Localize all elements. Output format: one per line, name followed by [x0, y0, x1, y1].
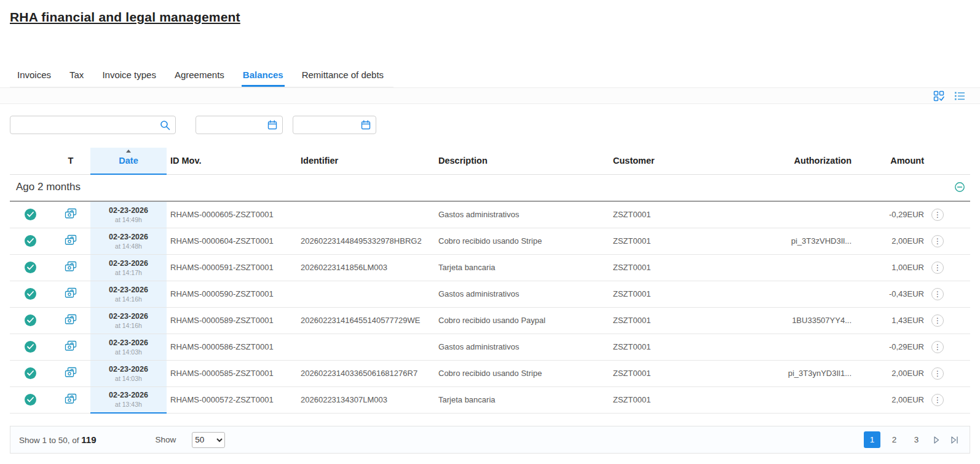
tab-bar: Invoices Tax Invoice types Agreements Ba…: [10, 64, 393, 87]
tab-balances[interactable]: Balances: [242, 64, 285, 87]
authorization-cell: [752, 201, 855, 228]
check-circle-icon: [25, 262, 36, 273]
search-field: [10, 116, 176, 134]
tab-invoices[interactable]: Invoices: [16, 64, 52, 87]
balances-table: T Date ID Mov. Identifier Description Cu…: [10, 148, 970, 414]
customer-cell: ZSZT0001: [609, 281, 752, 307]
check-circle-icon: [25, 235, 36, 247]
id-mov-cell: RHAMS-0000585-ZSZT0001: [167, 360, 297, 386]
page-button-2[interactable]: 2: [886, 431, 903, 448]
description-cell: Cobro recibido usando Stripe: [435, 228, 609, 254]
balance-movement-icon[interactable]: [65, 393, 77, 404]
amount-cell: -0,43EUR: [855, 281, 928, 307]
description-cell: Cobro recibido usando Paypal: [435, 307, 609, 334]
column-description[interactable]: Description: [435, 148, 609, 174]
authorization-cell: [752, 281, 855, 307]
kebab-menu-icon[interactable]: ⋮: [931, 314, 944, 327]
kebab-menu-icon[interactable]: ⋮: [931, 209, 944, 221]
page-button-1[interactable]: 1: [864, 431, 880, 448]
id-mov-cell: RHAMS-0000589-ZSZT0001: [167, 307, 297, 334]
authorization-cell: [752, 386, 855, 413]
kebab-menu-icon[interactable]: ⋮: [931, 235, 944, 247]
date-cell: 02-23-2026 at 14:17h: [90, 254, 167, 281]
search-input[interactable]: [10, 116, 175, 134]
amount-cell: 2,00EUR: [855, 228, 928, 254]
customer-cell: ZSZT0001: [609, 228, 752, 254]
table-header-row: T Date ID Mov. Identifier Description Cu…: [10, 148, 970, 174]
tab-agreements[interactable]: Agreements: [173, 64, 226, 87]
date-cell: 02-23-2026 at 14:03h: [90, 334, 167, 360]
authorization-cell: [752, 334, 855, 360]
identifier-cell: 202602231403365061681276R7: [297, 360, 435, 386]
column-customer[interactable]: Customer: [609, 148, 752, 174]
table-row[interactable]: 02-23-2026 at 14:16h RHAMS-0000589-ZSZT0…: [10, 307, 970, 334]
balance-movement-icon[interactable]: [65, 367, 77, 378]
column-id-mov[interactable]: ID Mov.: [167, 148, 297, 174]
balance-movement-icon[interactable]: [65, 314, 77, 325]
identifier-cell: [297, 201, 435, 228]
balance-movement-icon[interactable]: [65, 261, 77, 272]
last-page-icon[interactable]: [948, 434, 961, 446]
tab-tax[interactable]: Tax: [68, 64, 85, 87]
next-page-icon[interactable]: [930, 434, 942, 446]
check-circle-icon: [25, 314, 36, 326]
page: RHA financial and legal management Invoi…: [0, 10, 980, 454]
page-title: RHA financial and legal management: [10, 10, 970, 25]
time-value: at 14:16h: [94, 295, 163, 303]
description-cell: Tarjeta bancaria: [435, 254, 609, 281]
sort-asc-icon: [126, 150, 131, 153]
date-cell: 02-23-2026 at 14:03h: [90, 360, 167, 386]
table-row[interactable]: 02-23-2026 at 14:48h RHAMS-0000604-ZSZT0…: [10, 228, 970, 254]
column-date[interactable]: Date: [90, 148, 167, 174]
customer-cell: ZSZT0001: [609, 360, 752, 386]
table-row[interactable]: 02-23-2026 at 14:49h RHAMS-0000605-ZSZT0…: [10, 201, 970, 228]
identifier-cell: 20260223134307LM003: [297, 386, 435, 413]
description-cell: Tarjeta bancaria: [435, 386, 609, 413]
kebab-menu-icon[interactable]: ⋮: [931, 341, 944, 353]
check-circle-icon: [25, 341, 36, 353]
check-circle-icon: [25, 288, 36, 300]
date-value: 02-23-2026: [94, 206, 163, 215]
table-row[interactable]: 02-23-2026 at 14:17h RHAMS-0000591-ZSZT0…: [10, 254, 970, 281]
collapse-group-icon[interactable]: [954, 182, 965, 193]
date-cell: 02-23-2026 at 13:43h: [90, 386, 167, 413]
view-toolbar: [0, 87, 980, 104]
kebab-menu-icon[interactable]: ⋮: [931, 262, 944, 274]
grid-check-icon[interactable]: [933, 90, 944, 102]
column-amount[interactable]: Amount: [855, 148, 928, 174]
check-circle-icon: [25, 394, 36, 406]
kebab-menu-icon[interactable]: ⋮: [931, 394, 944, 406]
tab-remittance-of-debts[interactable]: Remittance of debts: [301, 64, 385, 87]
kebab-menu-icon[interactable]: ⋮: [931, 367, 944, 380]
identifier-cell: [297, 334, 435, 360]
column-type[interactable]: T: [51, 148, 90, 174]
group-label: Ago 2 months: [16, 181, 81, 193]
search-icon[interactable]: [160, 120, 170, 130]
date-value: 02-23-2026: [94, 365, 163, 374]
balance-movement-icon[interactable]: [65, 234, 77, 246]
table-row[interactable]: 02-23-2026 at 14:03h RHAMS-0000586-ZSZT0…: [10, 334, 970, 360]
identifier-cell: 202602231448495332978HBRG2: [297, 228, 435, 254]
balance-movement-icon[interactable]: [65, 340, 77, 351]
date-from-field: [196, 116, 283, 134]
authorization-cell: pi_3T3zVHD3Il...: [752, 228, 855, 254]
time-value: at 13:43h: [94, 401, 163, 408]
id-mov-cell: RHAMS-0000604-ZSZT0001: [167, 228, 297, 254]
table-row[interactable]: 02-23-2026 at 14:03h RHAMS-0000585-ZSZT0…: [10, 360, 970, 386]
balance-movement-icon[interactable]: [65, 287, 77, 298]
page-size-select[interactable]: 50: [192, 432, 225, 448]
kebab-menu-icon[interactable]: ⋮: [931, 288, 944, 300]
column-authorization[interactable]: Authorization: [752, 148, 855, 174]
amount-cell: 1,43EUR: [855, 307, 928, 334]
calendar-icon[interactable]: [361, 120, 371, 130]
tab-invoice-types[interactable]: Invoice types: [101, 64, 157, 87]
list-view-icon[interactable]: [954, 91, 965, 101]
table-row[interactable]: 02-23-2026 at 13:43h RHAMS-0000572-ZSZT0…: [10, 386, 970, 413]
time-value: at 14:03h: [94, 375, 163, 382]
table-row[interactable]: 02-23-2026 at 14:16h RHAMS-0000590-ZSZT0…: [10, 281, 970, 307]
amount-cell: 2,00EUR: [855, 360, 928, 386]
calendar-icon[interactable]: [267, 120, 277, 130]
column-identifier[interactable]: Identifier: [297, 148, 435, 174]
balance-movement-icon[interactable]: [65, 208, 77, 219]
page-button-3[interactable]: 3: [908, 431, 925, 448]
